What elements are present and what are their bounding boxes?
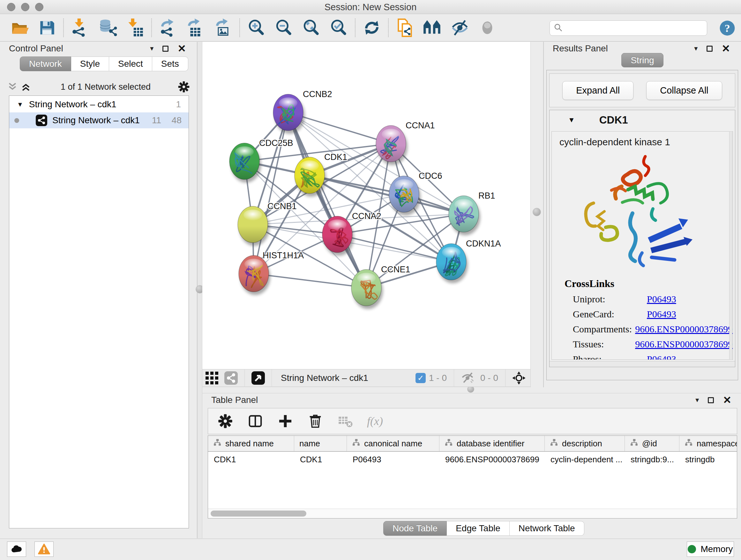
column-header-namespace[interactable]: namespace <box>679 436 737 451</box>
zoom-in-button[interactable] <box>243 16 270 39</box>
section-expander-icon[interactable]: ▼ <box>568 116 575 124</box>
network-node-CCNB1[interactable]: CCNB1 <box>238 201 297 246</box>
table-options-button[interactable] <box>217 413 233 429</box>
crosslinks-title: CrossLinks <box>552 278 733 290</box>
column-header-database-identifier[interactable]: database identifier <box>440 436 545 451</box>
table-hscrollbar[interactable] <box>208 509 737 518</box>
table-row[interactable]: CDK1CDK1P064939606.ENSP00000378699cyclin… <box>208 452 737 467</box>
toolbar-separator <box>388 18 389 37</box>
expand-all-button[interactable]: Expand All <box>562 81 633 100</box>
tab-network[interactable]: Network <box>20 57 71 71</box>
delete-column-button[interactable] <box>307 413 324 429</box>
panel-close-icon[interactable]: ✕ <box>723 395 731 405</box>
zoom-selected-button[interactable] <box>325 16 352 39</box>
tab-node-table[interactable]: Node Table <box>383 521 447 536</box>
zoom-fit-icon <box>301 18 321 38</box>
network-node-CCNE1[interactable]: CCNE1 <box>351 265 410 309</box>
network-node-CDKN1A[interactable]: CDKN1A <box>436 239 501 283</box>
network-edge[interactable] <box>337 234 451 262</box>
selected-checkbox[interactable]: ✓ <box>415 373 426 383</box>
panel-float-icon[interactable] <box>706 46 713 52</box>
tab-style[interactable]: Style <box>71 57 109 71</box>
horizontal-splitter[interactable] <box>202 387 741 393</box>
fit-content-button[interactable] <box>512 371 526 385</box>
column-header-canonical-name[interactable]: canonical name <box>347 436 440 451</box>
function-builder-icon[interactable]: f(x) <box>367 415 383 428</box>
zoom-fit-button[interactable] <box>297 16 325 39</box>
right-splitter-handle[interactable] <box>533 208 541 216</box>
column-header-shared-name[interactable]: shared name <box>208 436 294 451</box>
zoom-out-button[interactable] <box>270 16 297 39</box>
results-scrollbar[interactable] <box>729 131 732 360</box>
network-edge[interactable] <box>288 112 366 288</box>
import-database-button[interactable] <box>94 16 121 39</box>
column-header-@id[interactable]: @id <box>625 436 679 451</box>
network-edge[interactable] <box>254 112 288 273</box>
show-hide-button[interactable] <box>446 16 474 39</box>
panel-close-icon[interactable]: ✕ <box>722 44 730 54</box>
network-row[interactable]: String Network – cdk1 11 48 <box>9 112 189 128</box>
crosslink-link[interactable]: 9606.ENSP00000378699 <box>635 324 733 334</box>
search-input[interactable] <box>564 22 704 35</box>
right-splitter[interactable] <box>530 42 543 387</box>
help-button[interactable]: ? <box>719 19 736 37</box>
panel-float-icon[interactable] <box>162 46 169 52</box>
export-table-button[interactable] <box>182 16 209 39</box>
grid-view-button[interactable] <box>205 371 219 385</box>
export-image-button[interactable] <box>209 16 237 39</box>
show-columns-button[interactable] <box>247 413 264 429</box>
panel-close-icon[interactable]: ✕ <box>178 44 186 54</box>
tree-expander-icon[interactable]: ▼ <box>17 101 23 108</box>
network-node-CDC25B[interactable]: CDC25B <box>229 138 293 183</box>
results-hscrollbar[interactable] <box>549 361 735 367</box>
control-panel-title: Control Panel <box>9 44 150 54</box>
panel-menu-icon[interactable]: ▾ <box>150 45 153 52</box>
collapse-all-button[interactable]: Collapse All <box>646 81 722 100</box>
network-canvas[interactable]: CCNB2CCNA1CDC25BCDK1CDC6RB1CCNB1CCNA2CDK… <box>202 42 530 369</box>
inactive-eye-button[interactable] <box>474 16 501 39</box>
gene-section-header[interactable]: ▼ CDK1 <box>549 110 735 130</box>
birdseye-view-button[interactable] <box>251 371 265 385</box>
export-network-button[interactable] <box>154 16 182 39</box>
network-options-button[interactable] <box>178 80 190 93</box>
tab-edge-table[interactable]: Edge Table <box>447 521 510 536</box>
first-neighbors-button[interactable] <box>419 16 446 39</box>
selected-count: 1 - 0 <box>429 373 447 383</box>
tab-sets[interactable]: Sets <box>152 57 188 71</box>
network-node-RB1[interactable]: RB1 <box>449 191 495 235</box>
tab-select[interactable]: Select <box>109 57 152 71</box>
collapse-all-icon[interactable] <box>7 82 18 91</box>
panel-menu-icon[interactable]: ▾ <box>695 396 699 403</box>
left-splitter[interactable] <box>197 42 202 538</box>
expand-all-icon[interactable] <box>20 82 31 91</box>
column-header-name[interactable]: name <box>294 436 347 451</box>
crosslink-link[interactable]: P06493 <box>647 354 676 360</box>
delete-table-button[interactable] <box>337 413 354 429</box>
add-column-button[interactable] <box>277 413 293 429</box>
open-file-button[interactable] <box>6 16 33 39</box>
panel-float-icon[interactable] <box>708 397 714 403</box>
tab-network-table[interactable]: Network Table <box>510 521 584 536</box>
scrollbar-thumb[interactable] <box>211 510 307 516</box>
crosslink-link[interactable]: P06493 <box>647 309 676 320</box>
refresh-button[interactable] <box>358 16 386 39</box>
panel-menu-icon[interactable]: ▾ <box>694 45 697 52</box>
clone-network-button[interactable] <box>391 16 419 39</box>
tab-string[interactable]: String <box>621 53 663 67</box>
crosslink-link[interactable]: 9606.ENSP00000378699 <box>635 339 733 350</box>
crosslink-link[interactable]: P06493 <box>647 294 676 305</box>
network-node-CCNB2[interactable]: CCNB2 <box>273 89 332 134</box>
warnings-button[interactable] <box>35 542 54 557</box>
network-node-CDC6[interactable]: CDC6 <box>389 171 442 215</box>
network-edge[interactable] <box>254 273 366 288</box>
column-header-description[interactable]: description <box>545 436 625 451</box>
network-node-HIST1H1A[interactable]: HIST1H1A <box>239 251 304 295</box>
network-view-button[interactable] <box>224 371 238 385</box>
memory-button[interactable]: Memory <box>687 542 734 557</box>
export-table-icon <box>186 18 205 38</box>
network-collection-row[interactable]: ▼ String Network – cdk1 1 <box>9 97 189 112</box>
import-network-button[interactable] <box>66 16 94 39</box>
import-table-button[interactable] <box>121 16 149 39</box>
save-session-button[interactable] <box>33 16 61 39</box>
cloud-status-button[interactable] <box>7 542 26 557</box>
